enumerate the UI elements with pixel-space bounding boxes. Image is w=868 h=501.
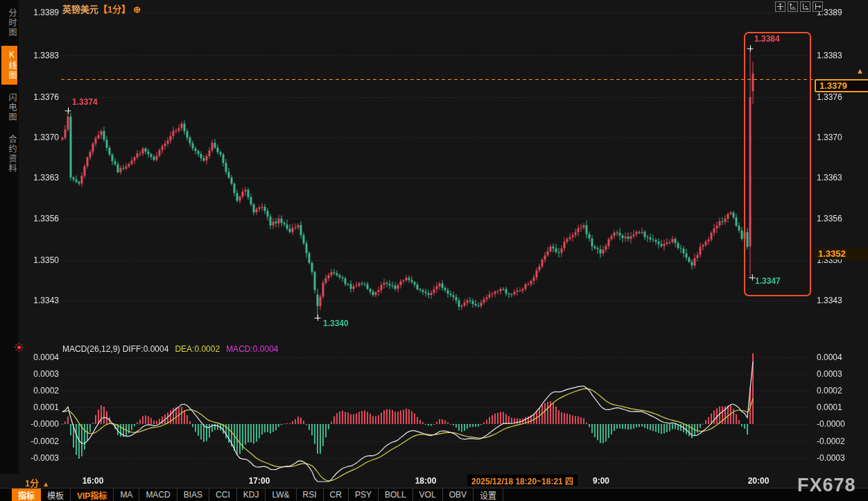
- indicator-tab[interactable]: VOL: [413, 489, 443, 501]
- spike-highlight-box: [744, 32, 811, 296]
- indicator-tab[interactable]: 模板: [41, 489, 71, 501]
- time-axis-label: 18:00: [415, 476, 437, 486]
- indicator-toolbar: 指标模板VIP指标MAMACDBIASCCIKDJLW&RSICRPSYBOLL…: [0, 488, 868, 501]
- price-up-arrow-icon: ▲: [856, 67, 864, 75]
- indicator-tab[interactable]: 指标: [12, 489, 41, 501]
- crosshair-date-tooltip: 2025/12/18 18:20~18:21 四: [467, 475, 578, 486]
- indicator-tab[interactable]: BIAS: [177, 489, 209, 501]
- pan-right-icon[interactable]: [813, 1, 823, 12]
- time-axis-label: 16:00: [83, 476, 104, 486]
- time-axis-label: 17:00: [249, 476, 270, 486]
- indicator-tab[interactable]: CCI: [209, 489, 237, 501]
- price-annotation: 1.3384: [754, 34, 780, 44]
- indicator-tab[interactable]: VIP指标: [71, 489, 114, 501]
- indicator-tab[interactable]: MA: [114, 489, 139, 501]
- crosshair-icon[interactable]: [775, 1, 785, 12]
- sidebar-chart-type-tab[interactable]: 分时图: [1, 4, 17, 42]
- indicator-tab[interactable]: BOLL: [379, 489, 413, 501]
- current-price-tag: 1.3379: [815, 79, 868, 92]
- indicator-tab[interactable]: OBV: [443, 489, 474, 501]
- sidebar-chart-type-tab[interactable]: 闪电图: [1, 89, 17, 126]
- price-annotation: 1.3374: [72, 97, 98, 107]
- indicator-tab[interactable]: LW&: [266, 489, 296, 501]
- symbol-name: 英镑美元: [62, 4, 98, 15]
- macd-value: MACD:0.0004: [226, 344, 278, 354]
- indicator-tab[interactable]: MACD: [139, 489, 177, 501]
- price-annotation: 1.3347: [755, 276, 781, 286]
- fx678-watermark: FX678: [797, 475, 856, 496]
- indicator-tab[interactable]: RSI: [297, 489, 324, 501]
- macd-dea-value: DEA:0.0002: [175, 344, 220, 354]
- chart-tool-buttons: [775, 1, 823, 12]
- chart-type-sidebar: 分时图 K线图 闪电图 合约资料: [0, 0, 19, 474]
- price-annotation: 1.3340: [323, 319, 349, 328]
- macd-params-diff-value: MACD(26,12,9) DIFF:0.0004: [62, 344, 168, 354]
- period-label: 1分: [25, 478, 39, 489]
- symbol-title: 英镑美元【1分】⊕: [62, 2, 141, 15]
- sidebar-chart-type-tab[interactable]: K线图: [1, 46, 17, 85]
- macd-indicator-header: MACD(26,12,9) DIFF:0.0004DEA:0.0002MACD:…: [62, 344, 285, 354]
- sidebar-chart-type-tab[interactable]: 合约资料: [1, 130, 17, 178]
- time-axis-label: 9:00: [593, 476, 609, 486]
- last-price-tag: 1.3352: [815, 248, 868, 260]
- interval-tag: 【1分】: [98, 4, 130, 15]
- indicator-tab[interactable]: 设置: [474, 489, 503, 501]
- indicator-tab[interactable]: CR: [324, 489, 349, 501]
- indicator-tab[interactable]: PSY: [349, 489, 379, 501]
- period-dropdown-arrow-icon: ▲: [42, 480, 49, 488]
- add-compare-icon[interactable]: ⊕: [133, 4, 141, 15]
- indicator-tab[interactable]: KDJ: [237, 489, 266, 501]
- x-axis-scale-icon[interactable]: [800, 1, 810, 12]
- indicator-settings-icon[interactable]: [14, 342, 24, 355]
- candlestick-chart-canvas[interactable]: [0, 0, 868, 501]
- time-axis: 16:0017:0018:009:0020:00: [0, 474, 868, 488]
- time-axis-label: 20:00: [748, 476, 770, 486]
- y-axis-scale-icon[interactable]: [788, 1, 798, 12]
- trading-chart-app: 分时图 K线图 闪电图 合约资料 英镑美元【1分】⊕ 1.33891.33831…: [0, 0, 868, 501]
